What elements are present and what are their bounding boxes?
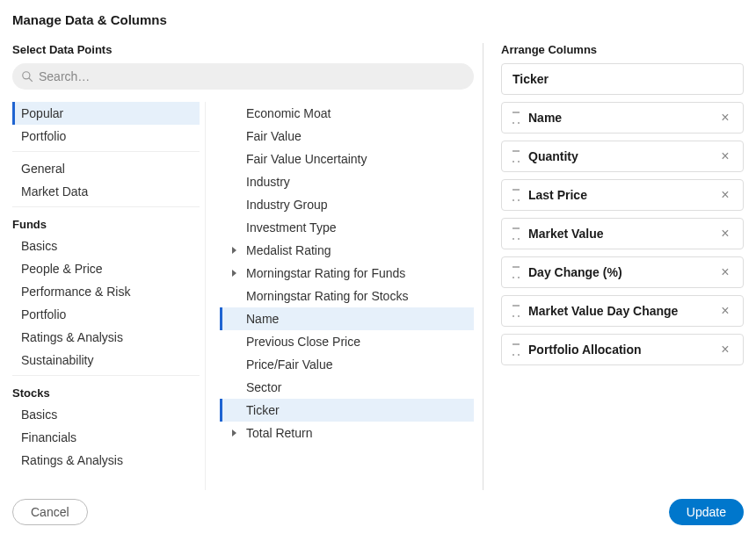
category-item[interactable]: Ratings & Analysis xyxy=(12,449,200,472)
column-label: Name xyxy=(528,111,716,125)
datapoint-list: Economic MoatFair ValueFair Value Uncert… xyxy=(206,102,474,490)
category-item[interactable]: Basics xyxy=(12,235,200,257)
datapoint-label: Fair Value Uncertainty xyxy=(246,152,367,166)
category-list: PopularPortfolioGeneralMarket DataFundsB… xyxy=(12,102,206,490)
category-heading: Funds xyxy=(12,213,200,235)
category-item[interactable]: General xyxy=(12,157,200,180)
datapoint-label: Previous Close Price xyxy=(246,335,360,349)
datapoint-label: Fair Value xyxy=(246,129,302,143)
datapoint-item[interactable]: Morningstar Rating for Stocks xyxy=(220,285,474,307)
remove-column-icon[interactable]: × xyxy=(716,148,734,165)
datapoint-label: Price/Fair Value xyxy=(246,357,333,372)
remove-column-icon[interactable]: × xyxy=(716,225,734,242)
category-item[interactable]: Popular xyxy=(12,102,200,125)
drag-handle-icon[interactable] xyxy=(512,112,520,124)
column-row[interactable]: Last Price× xyxy=(501,179,744,211)
svg-line-1 xyxy=(29,78,33,82)
arrange-columns-panel: Arrange Columns TickerName×Quantity×Last… xyxy=(483,43,744,490)
category-item[interactable]: Sustainability xyxy=(12,349,200,372)
cancel-button[interactable]: Cancel xyxy=(12,499,88,525)
select-data-points-label: Select Data Points xyxy=(12,43,474,56)
dialog-title: Manage Data & Columns xyxy=(12,12,744,27)
datapoint-item[interactable]: Ticker xyxy=(220,399,474,422)
search-input[interactable] xyxy=(12,63,474,90)
column-label: Quantity xyxy=(528,149,716,163)
category-block: StocksBasicsFinancialsRatings & Analysis xyxy=(12,381,200,475)
arrange-columns-label: Arrange Columns xyxy=(501,43,744,56)
category-block: PopularPortfolio xyxy=(12,102,200,152)
remove-column-icon[interactable]: × xyxy=(716,186,734,204)
category-block: FundsBasicsPeople & PricePerformance & R… xyxy=(12,213,200,376)
category-item[interactable]: People & Price xyxy=(12,257,200,280)
select-data-points-panel: Select Data Points PopularPortfolioGener… xyxy=(12,43,483,490)
dialog-footer: Cancel Update xyxy=(12,490,744,525)
datapoint-label: Total Return xyxy=(246,426,312,440)
column-label: Day Change (%) xyxy=(528,265,716,279)
column-label: Market Value Day Change xyxy=(528,304,716,318)
datapoint-item[interactable]: Medalist Rating xyxy=(220,239,474,262)
drag-handle-icon[interactable] xyxy=(512,266,520,278)
datapoint-label: Sector xyxy=(246,380,281,394)
datapoint-item[interactable]: Name xyxy=(220,307,474,330)
column-label: Portfolio Allocation xyxy=(528,343,716,357)
category-heading: Stocks xyxy=(12,381,200,403)
column-label: Ticker xyxy=(512,72,734,86)
category-item[interactable]: Basics xyxy=(12,403,200,426)
category-item[interactable]: Ratings & Analysis xyxy=(12,326,200,349)
datapoint-item[interactable]: Price/Fair Value xyxy=(220,353,474,376)
datapoint-item[interactable]: Fair Value Uncertainty xyxy=(220,148,474,170)
datapoint-label: Name xyxy=(246,312,279,326)
search-wrap xyxy=(12,63,474,90)
caret-right-icon xyxy=(232,247,236,254)
datapoint-item[interactable]: Fair Value xyxy=(220,125,474,148)
column-row: Ticker xyxy=(501,63,744,95)
drag-handle-icon[interactable] xyxy=(512,150,520,162)
datapoint-item[interactable]: Total Return xyxy=(220,422,474,444)
datapoint-label: Morningstar Rating for Stocks xyxy=(246,289,408,303)
datapoint-item[interactable]: Industry Group xyxy=(220,193,474,216)
drag-handle-icon[interactable] xyxy=(512,227,520,240)
column-row[interactable]: Quantity× xyxy=(501,141,744,172)
datapoint-item[interactable]: Previous Close Price xyxy=(220,330,474,353)
datapoint-label: Industry Group xyxy=(246,198,328,212)
remove-column-icon[interactable]: × xyxy=(716,302,734,320)
drag-handle-icon[interactable] xyxy=(512,305,520,317)
column-row[interactable]: Day Change (%)× xyxy=(501,256,744,288)
datapoint-item[interactable]: Industry xyxy=(220,170,474,193)
drag-handle-icon[interactable] xyxy=(512,189,520,201)
datapoint-item[interactable]: Investment Type xyxy=(220,216,474,239)
category-item[interactable]: Market Data xyxy=(12,180,200,203)
datapoint-label: Industry xyxy=(246,175,290,189)
search-icon xyxy=(21,70,33,83)
column-label: Market Value xyxy=(528,227,716,241)
datapoint-item[interactable]: Morningstar Rating for Funds xyxy=(220,262,474,285)
datapoint-label: Investment Type xyxy=(246,220,336,235)
column-list: TickerName×Quantity×Last Price×Market Va… xyxy=(501,63,744,365)
update-button[interactable]: Update xyxy=(669,499,744,525)
category-block: GeneralMarket Data xyxy=(12,157,200,207)
datapoint-item[interactable]: Economic Moat xyxy=(220,102,474,125)
column-row[interactable]: Portfolio Allocation× xyxy=(501,334,744,365)
drag-handle-icon[interactable] xyxy=(512,343,520,356)
dialog-body: Select Data Points PopularPortfolioGener… xyxy=(12,43,744,490)
column-row[interactable]: Market Value× xyxy=(501,218,744,249)
datapoint-item[interactable]: Sector xyxy=(220,376,474,399)
caret-right-icon xyxy=(232,429,236,437)
category-item[interactable]: Portfolio xyxy=(12,125,200,148)
svg-point-0 xyxy=(23,72,30,79)
column-row[interactable]: Market Value Day Change× xyxy=(501,295,744,327)
remove-column-icon[interactable]: × xyxy=(716,109,734,126)
caret-right-icon xyxy=(232,270,236,277)
datapoint-label: Morningstar Rating for Funds xyxy=(246,266,405,280)
column-label: Last Price xyxy=(528,188,716,202)
manage-columns-dialog: Manage Data & Columns Select Data Points… xyxy=(0,0,756,534)
panels: PopularPortfolioGeneralMarket DataFundsB… xyxy=(12,102,474,490)
category-item[interactable]: Financials xyxy=(12,426,200,449)
remove-column-icon[interactable]: × xyxy=(716,341,734,358)
category-item[interactable]: Portfolio xyxy=(12,303,200,326)
datapoint-label: Economic Moat xyxy=(246,106,331,120)
column-row[interactable]: Name× xyxy=(501,102,744,134)
datapoint-label: Ticker xyxy=(246,403,280,417)
category-item[interactable]: Performance & Risk xyxy=(12,280,200,303)
remove-column-icon[interactable]: × xyxy=(716,263,734,281)
